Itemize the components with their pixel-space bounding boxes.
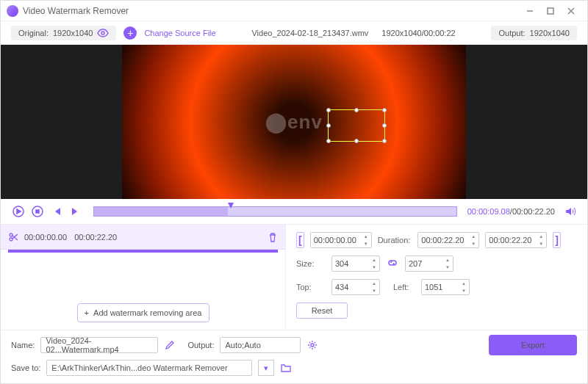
duration-label: Duration: — [378, 236, 411, 244]
original-label: Original: — [18, 29, 49, 37]
up-arrow-icon[interactable]: ▲ — [468, 233, 478, 240]
up-arrow-icon[interactable]: ▲ — [361, 233, 371, 240]
segment-end: 00:00:22.20 — [74, 233, 117, 242]
reset-button[interactable]: Reset — [296, 303, 348, 319]
segment-times: 00:00:00.00 00:00:22.20 — [24, 233, 262, 242]
total-time: 00:00:22.20 — [512, 207, 555, 216]
svg-point-8 — [10, 233, 12, 236]
time-display: 00:00:09.08/00:00:22.20 — [467, 207, 555, 216]
app-logo-icon — [7, 5, 18, 17]
svg-rect-7 — [36, 210, 39, 213]
plus-icon: + — [85, 308, 89, 317]
title-bar: Video Watermark Remover — [1, 1, 587, 21]
next-frame-button[interactable] — [68, 204, 83, 219]
original-resolution: 1920x1040 — [53, 29, 93, 37]
resize-handle-ml[interactable] — [326, 123, 331, 128]
top-label: Top: — [296, 283, 326, 291]
preview-area[interactable]: ⬤env — [1, 45, 587, 199]
name-input[interactable]: Video_2024-02...Watermark.mp4 — [40, 337, 158, 353]
prev-frame-button[interactable] — [49, 204, 64, 219]
scissors-icon — [8, 232, 18, 242]
size-label: Size: — [296, 259, 326, 268]
app-title: Video Watermark Remover — [23, 6, 520, 16]
resize-handle-bl[interactable] — [326, 139, 331, 143]
link-aspect-icon[interactable] — [386, 258, 399, 269]
down-arrow-icon[interactable]: ▼ — [468, 240, 478, 247]
open-folder-icon[interactable] — [280, 362, 292, 374]
height-input[interactable]: ▲▼ — [405, 256, 453, 272]
segments-panel: 00:00:00.00 00:00:22.20 + Add watermark … — [1, 225, 286, 330]
file-info: Video_2024-02-18_213437.wmv 1920x1040/00… — [223, 29, 484, 37]
output-chip: Output: 1920x1040 — [491, 26, 577, 40]
resize-handle-mr[interactable] — [382, 123, 387, 128]
selection-box[interactable] — [328, 109, 385, 142]
resize-handle-br[interactable] — [382, 139, 387, 143]
top-input[interactable]: ▲▼ — [331, 279, 380, 295]
output-format-label: Output: — [187, 341, 214, 349]
svg-point-4 — [101, 32, 104, 35]
timeline-slider[interactable] — [93, 206, 457, 217]
output-settings-icon[interactable] — [306, 339, 318, 351]
set-start-button[interactable]: [ — [296, 232, 304, 248]
width-input[interactable]: ▲▼ — [331, 256, 380, 272]
volume-button[interactable] — [564, 205, 577, 218]
change-source-link[interactable]: Change Source File — [144, 29, 215, 37]
resize-handle-tr[interactable] — [382, 108, 387, 112]
delete-segment-button[interactable] — [268, 232, 278, 242]
add-watermark-area-button[interactable]: + Add watermark removing area — [77, 303, 209, 322]
position-row: Top: ▲▼ Left: ▲▼ — [296, 279, 577, 295]
maximize-button[interactable] — [540, 4, 561, 18]
name-label: Name: — [11, 341, 35, 349]
down-arrow-icon[interactable]: ▼ — [442, 264, 453, 271]
file-meta: 1920x1040/00:00:22 — [381, 29, 455, 37]
up-arrow-icon[interactable]: ▲ — [459, 280, 469, 287]
up-arrow-icon[interactable]: ▲ — [536, 233, 546, 240]
segment-start: 00:00:00.00 — [24, 233, 67, 242]
resize-handle-tl[interactable] — [326, 108, 331, 112]
svg-rect-1 — [548, 8, 553, 14]
down-arrow-icon[interactable]: ▼ — [369, 287, 379, 294]
up-arrow-icon[interactable]: ▲ — [369, 280, 379, 287]
set-end-button[interactable]: ] — [553, 232, 561, 248]
segment-row[interactable]: 00:00:00.00 00:00:22.20 — [1, 225, 285, 250]
video-frame[interactable]: ⬤env — [122, 45, 466, 199]
output-label: Output: — [498, 29, 525, 37]
play-button[interactable] — [11, 204, 26, 219]
svg-point-10 — [311, 344, 314, 347]
current-time: 00:00:09.08 — [467, 207, 510, 216]
add-source-button[interactable]: + — [123, 26, 137, 40]
edit-name-icon[interactable] — [164, 339, 176, 351]
left-label: Left: — [393, 283, 415, 291]
output-format-input[interactable]: Auto;Auto — [220, 337, 301, 353]
info-bar: Original: 1920x1040 + Change Source File… — [1, 21, 587, 45]
file-name: Video_2024-02-18_213437.wmv — [251, 29, 368, 37]
up-arrow-icon[interactable]: ▲ — [369, 256, 379, 264]
svg-point-9 — [10, 238, 12, 241]
start-time-input[interactable]: ▲▼ — [310, 232, 372, 248]
down-arrow-icon[interactable]: ▼ — [536, 240, 546, 247]
time-range-row: [ ▲▼ Duration: ▲▼ ▲▼ ] — [296, 232, 577, 248]
close-button[interactable] — [561, 4, 581, 18]
minimize-button[interactable] — [520, 4, 540, 18]
preview-original-icon[interactable] — [97, 29, 109, 37]
size-row: Size: ▲▼ ▲▼ — [296, 256, 577, 272]
resize-handle-bc[interactable] — [354, 139, 359, 143]
timeline-handle[interactable] — [228, 203, 234, 211]
timeline-progress — [94, 207, 228, 216]
up-arrow-icon[interactable]: ▲ — [442, 256, 453, 264]
save-row: Save to: E:\ArkThinker\ArkThin...deo Wat… — [11, 360, 577, 376]
down-arrow-icon[interactable]: ▼ — [459, 287, 469, 294]
stop-button[interactable] — [30, 204, 45, 219]
duration-input[interactable]: ▲▼ — [417, 232, 479, 248]
resize-handle-tc[interactable] — [354, 108, 359, 112]
output-resolution: 1920x1040 — [530, 29, 570, 37]
left-input[interactable]: ▲▼ — [421, 279, 470, 295]
end-time-input[interactable]: ▲▼ — [485, 232, 547, 248]
segment-track[interactable] — [8, 250, 278, 253]
save-path-dropdown[interactable]: ▾ — [258, 360, 274, 376]
down-arrow-icon[interactable]: ▼ — [369, 264, 379, 271]
reset-row: Reset — [296, 303, 577, 319]
down-arrow-icon[interactable]: ▼ — [361, 240, 371, 247]
save-path-input[interactable]: E:\ArkThinker\ArkThin...deo Watermark Re… — [46, 360, 252, 376]
export-button[interactable]: Export — [489, 335, 577, 355]
